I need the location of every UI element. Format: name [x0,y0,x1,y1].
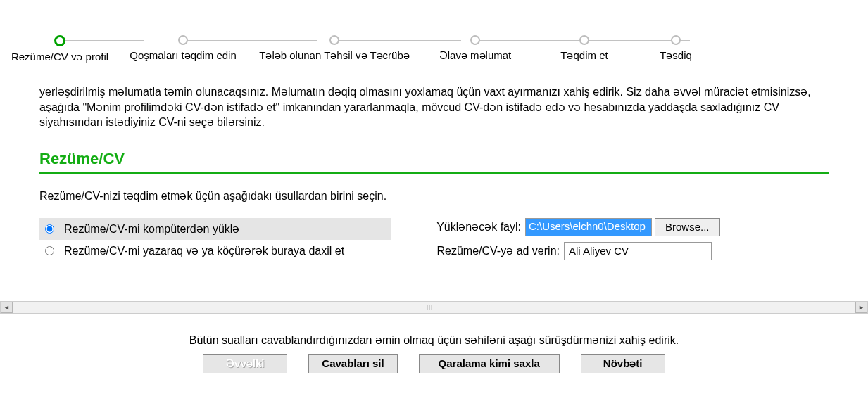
section-subtitle: Rezüme/CV-nizi təqdim etmək üçün aşağıda… [39,189,829,203]
radio-options: Rezüme/CV-mi kompüterdən yüklə Rezüme/CV… [39,218,391,266]
step-label: Rezüme/CV və profil [11,51,108,63]
upload-method-row: Rezüme/CV-mi kompüterdən yüklə Rezüme/CV… [39,218,829,266]
step-marker-icon [470,35,480,45]
radio-input-paste[interactable] [45,246,54,255]
prev-button[interactable]: Əvvəlki [203,354,287,374]
scroll-thumb[interactable]: ||| [409,303,451,312]
radio-paste-text[interactable]: Rezüme/CV-mi yazaraq və ya köçürərək bur… [39,240,391,262]
footer-note: Bütün sualları cavablandırdığınızdan əmi… [0,333,868,347]
step-marker-icon [671,35,681,45]
horizontal-scrollbar[interactable]: ◄ ||| ► [0,301,868,314]
step-connector [183,40,317,42]
step-connector [334,40,461,42]
step-marker-icon [579,35,589,45]
step-label: Təsdiq [660,49,692,62]
radio-label: Rezüme/CV-mi yazaraq və ya köçürərək bur… [64,244,344,257]
step-additional-info[interactable]: Əlavə məlumat [422,35,528,62]
browse-button[interactable]: Browse... [655,218,720,236]
step-label: Qoşmaları təqdim edin [130,49,237,62]
step-resume-profile[interactable]: Rezüme/CV və profil [0,35,120,63]
step-label: Tələb olunan Təhsil və Təcrübə [259,49,410,62]
step-marker-icon [329,35,339,45]
step-marker-icon [54,35,65,46]
section-title: Rezüme/CV [39,150,829,174]
step-label: Əlavə məlumat [439,49,512,62]
step-education-experience[interactable]: Tələb olunan Təhsil və Təcrübə [246,35,422,62]
upload-fields: Yüklənəcək fayl: C:\Users\elchn0\Desktop… [413,218,829,266]
save-draft-button[interactable]: Qaralama kimi saxla [419,354,560,374]
cv-name-label: Rezüme/CV-yə ad verin: [413,244,564,257]
action-buttons: Əvvəlki Cavabları sil Qaralama kimi saxl… [0,354,868,388]
file-upload-row: Yüklənəcək fayl: C:\Users\elchn0\Desktop… [413,218,829,236]
intro-text: yerləşdirilmiş məlumatla təmin olunacaqs… [39,84,829,130]
clear-button[interactable]: Cavabları sil [308,354,397,374]
step-connector [60,40,144,42]
step-label: Təqdim et [560,49,608,62]
cv-name-row: Rezüme/CV-yə ad verin: [413,242,829,260]
radio-input-upload[interactable] [45,224,54,234]
file-label: Yüklənəcək fayl: [413,220,525,234]
step-attachments[interactable]: Qoşmaları təqdim edin [120,35,246,62]
scroll-track[interactable]: ||| [13,302,855,313]
cv-name-input[interactable] [564,242,712,260]
scroll-left-arrow-icon[interactable]: ◄ [1,302,13,313]
step-submit[interactable]: Təqdim et [528,35,641,62]
radio-upload-from-computer[interactable]: Rezüme/CV-mi kompüterdən yüklə [39,218,391,240]
progress-stepper: Rezüme/CV və profil Qoşmaları təqdim edi… [0,0,868,63]
step-confirm[interactable]: Təsdiq [641,35,711,62]
radio-label: Rezüme/CV-mi kompüterdən yüklə [64,222,239,236]
scroll-right-arrow-icon[interactable]: ► [855,302,867,313]
main-content: yerləşdirilmiş məlumatla təmin olunacaqs… [0,63,868,273]
step-connector [475,40,588,42]
file-path-display[interactable]: C:\Users\elchn0\Desktop [525,218,652,236]
next-button[interactable]: Növbəti [581,354,665,374]
step-marker-icon [178,35,188,45]
